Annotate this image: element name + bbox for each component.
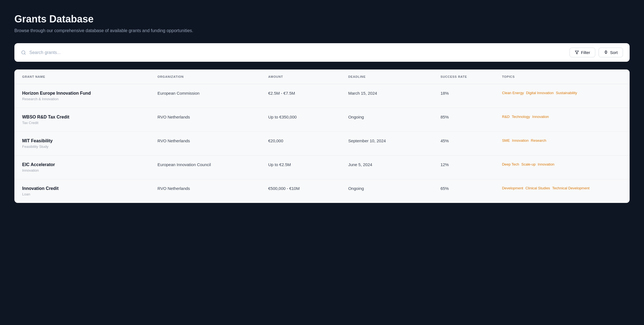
topics-3: Deep TechScale-upInnovation xyxy=(502,162,622,166)
cell-org-2: RVO Netherlands xyxy=(150,132,261,156)
cell-org-1: RVO Netherlands xyxy=(150,108,261,132)
cell-success-1: 85% xyxy=(433,108,494,132)
cell-topics-3: Deep TechScale-upInnovation xyxy=(494,156,630,179)
svg-line-1 xyxy=(24,53,25,54)
cell-org-4: RVO Netherlands xyxy=(150,179,261,203)
search-input[interactable] xyxy=(29,50,565,55)
cell-success-3: 12% xyxy=(433,156,494,179)
grant-name-4: Innovation Credit xyxy=(22,186,142,191)
topic-tag-3-0: Deep Tech xyxy=(502,162,519,166)
topic-tag-4-0: Development xyxy=(502,186,523,190)
success-rate-2: 45% xyxy=(441,138,449,143)
table-body: Horizon Europe Innovation Fund Research … xyxy=(14,84,630,203)
cell-org-0: European Commission xyxy=(150,84,261,108)
grant-type-3: Innovation xyxy=(22,168,142,172)
col-header-grant-name: GRANT NAME xyxy=(14,69,150,84)
filter-button[interactable]: Filter xyxy=(570,48,595,57)
cell-deadline-0: March 15, 2024 xyxy=(341,84,433,108)
amount-4: €500,000 - €10M xyxy=(268,186,300,191)
org-name-4: RVO Netherlands xyxy=(158,186,190,191)
sort-button[interactable]: Sort xyxy=(599,48,623,57)
org-name-3: European Innovation Council xyxy=(158,162,211,167)
amount-0: €2.5M - €7.5M xyxy=(268,91,295,96)
topics-4: DevelopmentClinical StudiesTechnical Dev… xyxy=(502,186,622,190)
table-header: GRANT NAME ORGANIZATION AMOUNT DEADLINE … xyxy=(14,69,630,84)
grant-type-2: Feasibility Study xyxy=(22,145,142,149)
cell-success-2: 45% xyxy=(433,132,494,156)
cell-amount-1: Up to €350,000 xyxy=(261,108,341,132)
page-subtitle: Browse through our comprehensive databas… xyxy=(14,28,630,33)
table-container: GRANT NAME ORGANIZATION AMOUNT DEADLINE … xyxy=(14,69,630,203)
table-row: Horizon Europe Innovation Fund Research … xyxy=(14,84,630,108)
col-header-amount: AMOUNT xyxy=(261,69,341,84)
search-actions: Filter Sort xyxy=(570,48,623,57)
cell-grant-name-4: Innovation Credit Loan xyxy=(14,179,150,203)
cell-org-3: European Innovation Council xyxy=(150,156,261,179)
col-header-topics: TOPICS xyxy=(494,69,630,84)
amount-3: Up to €2.5M xyxy=(268,162,291,167)
grant-name-0: Horizon Europe Innovation Fund xyxy=(22,91,142,96)
table-row: WBSO R&D Tax Credit Tax Credit RVO Nethe… xyxy=(14,108,630,132)
sort-icon xyxy=(604,50,608,55)
amount-2: €20,000 xyxy=(268,138,283,143)
deadline-2: September 10, 2024 xyxy=(348,138,386,143)
deadline-1: Ongoing xyxy=(348,115,364,119)
grant-name-2: MIT Feasibility xyxy=(22,138,142,143)
cell-topics-4: DevelopmentClinical StudiesTechnical Dev… xyxy=(494,179,630,203)
cell-topics-2: SMEInnovationResearch xyxy=(494,132,630,156)
amount-1: Up to €350,000 xyxy=(268,115,297,119)
topics-1: R&DTechnologyInnovation xyxy=(502,115,622,119)
topic-tag-0-0: Clean Energy xyxy=(502,91,524,95)
org-name-2: RVO Netherlands xyxy=(158,138,190,143)
cell-success-0: 18% xyxy=(433,84,494,108)
topic-tag-0-2: Sustainability xyxy=(556,91,577,95)
success-rate-1: 85% xyxy=(441,115,449,119)
cell-grant-name-2: MIT Feasibility Feasibility Study xyxy=(14,132,150,156)
cell-grant-name-0: Horizon Europe Innovation Fund Research … xyxy=(14,84,150,108)
grant-type-1: Tax Credit xyxy=(22,121,142,125)
cell-deadline-3: June 5, 2024 xyxy=(341,156,433,179)
topics-0: Clean EnergyDigital InnovationSustainabi… xyxy=(502,91,622,95)
col-header-organization: ORGANIZATION xyxy=(150,69,261,84)
grant-type-4: Loan xyxy=(22,192,142,196)
col-header-deadline: DEADLINE xyxy=(341,69,433,84)
cell-deadline-2: September 10, 2024 xyxy=(341,132,433,156)
grant-name-3: EIC Accelerator xyxy=(22,162,142,167)
grants-table: GRANT NAME ORGANIZATION AMOUNT DEADLINE … xyxy=(14,69,630,203)
org-name-1: RVO Netherlands xyxy=(158,115,190,119)
table-row: MIT Feasibility Feasibility Study RVO Ne… xyxy=(14,132,630,156)
search-bar-container: Filter Sort xyxy=(14,43,630,62)
topic-tag-4-2: Technical Development xyxy=(552,186,589,190)
topic-tag-0-1: Digital Innovation xyxy=(526,91,554,95)
cell-grant-name-3: EIC Accelerator Innovation xyxy=(14,156,150,179)
deadline-4: Ongoing xyxy=(348,186,364,191)
cell-amount-4: €500,000 - €10M xyxy=(261,179,341,203)
success-rate-4: 65% xyxy=(441,186,449,191)
page-title: Grants Database xyxy=(14,13,630,25)
page-header: Grants Database Browse through our compr… xyxy=(14,13,630,33)
table-row: EIC Accelerator Innovation European Inno… xyxy=(14,156,630,179)
deadline-3: June 5, 2024 xyxy=(348,162,372,167)
topic-tag-2-1: Innovation xyxy=(512,138,529,143)
topic-tag-3-1: Scale-up xyxy=(521,162,535,166)
grant-name-1: WBSO R&D Tax Credit xyxy=(22,115,142,120)
topic-tag-1-0: R&D xyxy=(502,115,509,119)
cell-amount-3: Up to €2.5M xyxy=(261,156,341,179)
cell-amount-0: €2.5M - €7.5M xyxy=(261,84,341,108)
cell-deadline-4: Ongoing xyxy=(341,179,433,203)
cell-deadline-1: Ongoing xyxy=(341,108,433,132)
deadline-0: March 15, 2024 xyxy=(348,91,377,96)
topics-2: SMEInnovationResearch xyxy=(502,138,622,143)
topic-tag-4-1: Clinical Studies xyxy=(525,186,550,190)
cell-topics-0: Clean EnergyDigital InnovationSustainabi… xyxy=(494,84,630,108)
topic-tag-3-2: Innovation xyxy=(538,162,554,166)
table-row: Innovation Credit Loan RVO Netherlands €… xyxy=(14,179,630,203)
success-rate-0: 18% xyxy=(441,91,449,96)
search-icon xyxy=(21,50,26,55)
cell-grant-name-1: WBSO R&D Tax Credit Tax Credit xyxy=(14,108,150,132)
svg-marker-2 xyxy=(575,51,579,54)
org-name-0: European Commission xyxy=(158,91,200,96)
success-rate-3: 12% xyxy=(441,162,449,167)
topic-tag-1-2: Innovation xyxy=(532,115,549,119)
cell-topics-1: R&DTechnologyInnovation xyxy=(494,108,630,132)
